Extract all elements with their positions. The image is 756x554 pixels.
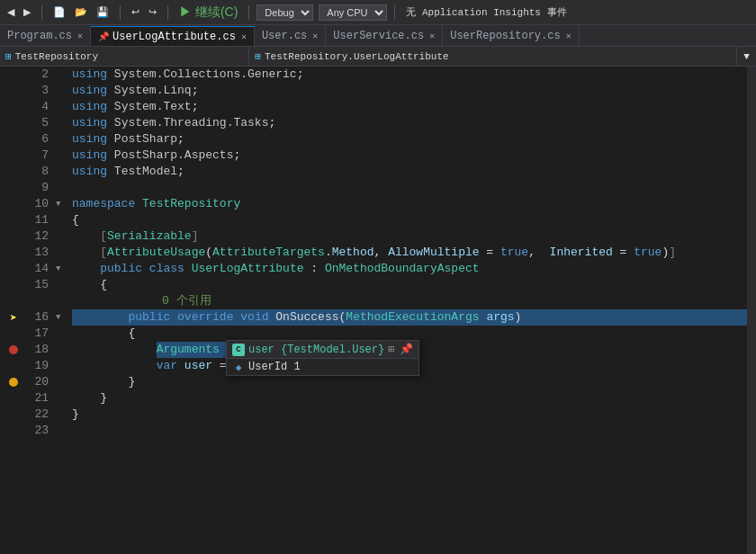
kw-using-2: using [72, 67, 107, 83]
collapse-16-icon[interactable]: ▼ [56, 313, 60, 322]
tab-userlog-label: UserLogAttribute.cs [112, 31, 236, 43]
margin-19 [0, 358, 27, 374]
code-line-3: using System.Linq; [72, 83, 747, 99]
separator-3 [167, 5, 168, 20]
separator-4 [248, 5, 249, 20]
linenum-16: 16 [27, 309, 49, 326]
code-content[interactable]: using System.Collections.Generic; using … [68, 67, 747, 554]
margin-11 [0, 212, 27, 228]
kw-using-3: using [72, 83, 107, 99]
forward-button[interactable]: ▶ [20, 4, 34, 20]
linenum-7: 7 [27, 147, 49, 164]
kw-true-13: true [500, 245, 528, 261]
var-user: user [184, 358, 212, 374]
code-line-hint: 0 个引用 [72, 293, 747, 309]
save-button[interactable]: 💾 [93, 4, 112, 20]
type-serializable: Serializable [107, 228, 192, 245]
vertical-scrollbar[interactable] [747, 67, 756, 554]
collapse-column: ▼ ▼ ▼ [56, 67, 68, 554]
ns-7: PostSharp.Aspects [114, 147, 234, 164]
collapse-21 [56, 390, 68, 407]
path-right: ⊞ TestRepository.UserLogAttribute [249, 47, 736, 66]
tab-userrepo-label: UserRepository.cs [450, 30, 560, 42]
undo-button[interactable]: ↩ [128, 4, 143, 20]
collapse-10-icon[interactable]: ▼ [56, 200, 60, 209]
tab-userservice-close[interactable]: ✕ [429, 31, 435, 41]
debug-buttons: ↩ ↪ [128, 4, 160, 20]
margin-6 [0, 131, 27, 147]
tab-userlog-close[interactable]: ✕ [241, 31, 247, 42]
tab-userlog[interactable]: 📌 UserLogAttribute.cs ✕ [91, 26, 255, 46]
redo-button[interactable]: ↪ [145, 4, 160, 20]
tooltip-item-userid[interactable]: ◆ UserId 1 [227, 359, 418, 375]
tooltip-popup: C user {TestModel.User} ⊞ 📌 ◆ UserId 1 [226, 340, 419, 376]
tooltip-expand-icon[interactable]: ⊞ [388, 343, 394, 356]
tab-userrepo[interactable]: UserRepository.cs ✕ [443, 26, 579, 46]
ns-8: TestModel [114, 164, 177, 180]
linenum-6: 6 [27, 131, 49, 147]
code-line-5: using System.Threading.Tasks; [72, 115, 747, 131]
collapse-15 [56, 277, 68, 293]
debug-dropdown[interactable]: Debug [256, 4, 313, 21]
tab-program-label: Program.cs [7, 30, 72, 42]
collapse-15b [56, 293, 68, 309]
type-arguments-18: Arguments [157, 342, 220, 358]
editor-area: ➤ 2 3 4 5 6 7 8 9 10 11 12 13 14 15 16 1… [0, 67, 756, 554]
collapse-22 [56, 407, 68, 423]
tooltip-type-icon: C [232, 344, 245, 356]
margin-3 [0, 83, 27, 99]
hint-text: 0 个引用 [162, 293, 212, 309]
param-inherited: Inherited [550, 245, 613, 261]
tab-userrepo-close[interactable]: ✕ [566, 31, 572, 41]
type-methodexargs: MethodExecutionArgs [346, 309, 479, 326]
tooltip-title-text: user {TestModel.User} [248, 344, 384, 356]
kw-public-16: public [128, 309, 170, 326]
tab-userservice-label: UserService.cs [333, 30, 424, 42]
linenum-10: 10 [27, 196, 49, 212]
linenum-13: 13 [27, 245, 49, 261]
linenum-2: 2 [27, 67, 49, 83]
ns-6: PostSharp [114, 131, 177, 147]
code-line-10: namespace TestRepository [72, 196, 747, 212]
open-button[interactable]: 📂 [71, 4, 91, 20]
margin-18 [0, 342, 27, 358]
code-line-11: { [72, 212, 747, 228]
tab-program[interactable]: Program.cs ✕ [0, 26, 91, 46]
tooltip-pin-icon[interactable]: 📌 [400, 343, 413, 356]
tab-userservice[interactable]: UserService.cs ✕ [326, 26, 443, 46]
linenum-5: 5 [27, 115, 49, 131]
back-button[interactable]: ◀ [4, 4, 18, 20]
path-settings-button[interactable]: ▼ [736, 47, 756, 66]
ns-5: System.Threading.Tasks [114, 115, 269, 131]
linenum-17: 17 [27, 326, 49, 342]
margin-5 [0, 115, 27, 131]
code-line-6: using PostSharp; [72, 131, 747, 147]
collapse-14[interactable]: ▼ [56, 261, 68, 277]
collapse-10[interactable]: ▼ [56, 196, 68, 212]
margin-22 [0, 407, 27, 423]
code-line-9 [72, 180, 747, 196]
tab-user[interactable]: User.cs ✕ [255, 26, 326, 46]
margin-17 [0, 326, 27, 342]
kw-using-5: using [72, 115, 107, 131]
collapse-3 [56, 83, 68, 99]
tooltip-item-property-icon: ◆ [232, 361, 245, 373]
continue-button[interactable]: ▶ 继续(C) [176, 3, 241, 22]
margin-9 [0, 180, 27, 196]
new-file-button[interactable]: 📄 [50, 4, 69, 20]
linenum-15: 15 [27, 277, 49, 293]
tab-program-close[interactable]: ✕ [77, 31, 83, 41]
cpu-dropdown[interactable]: Any CPU [319, 4, 387, 21]
collapse-4 [56, 99, 68, 115]
tab-user-close[interactable]: ✕ [312, 31, 318, 41]
kw-void-16: void [240, 309, 268, 326]
pin-icon: 📌 [98, 31, 109, 42]
collapse-14-icon[interactable]: ▼ [56, 264, 60, 273]
collapse-16[interactable]: ▼ [56, 309, 68, 326]
collapse-11 [56, 212, 68, 228]
path-left-icon: ⊞ [5, 50, 12, 62]
linenum-23: 23 [27, 423, 49, 439]
breakpoint-dot-18[interactable] [9, 345, 18, 354]
insights-label: 无 Application Insights 事件 [402, 4, 570, 21]
code-line-7: using PostSharp.Aspects; [72, 147, 747, 164]
